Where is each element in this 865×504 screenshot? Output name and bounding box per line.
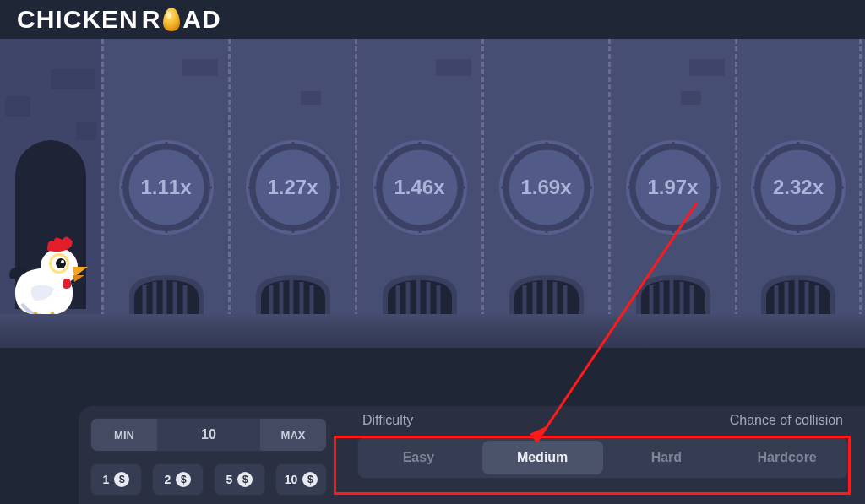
brick-decor bbox=[681, 91, 701, 105]
multiplier-disc: 1.46x bbox=[373, 140, 467, 235]
svg-rect-78 bbox=[506, 316, 587, 322]
brick-decor bbox=[689, 59, 725, 76]
difficulty-option-hard[interactable]: Hard bbox=[607, 437, 727, 478]
svg-rect-42 bbox=[253, 316, 334, 322]
svg-point-6 bbox=[61, 260, 64, 263]
lane[interactable]: 1.11x bbox=[101, 39, 228, 348]
start-pen bbox=[0, 39, 101, 348]
multiplier-value: 1.46x bbox=[373, 140, 467, 235]
brick-decor bbox=[5, 96, 30, 117]
multiplier-disc: 2.32x bbox=[751, 140, 846, 235]
multiplier-disc: 1.69x bbox=[499, 140, 594, 235]
game-logo: CHICKEN R AD bbox=[17, 5, 221, 34]
brick-decor bbox=[51, 69, 95, 89]
lane[interactable]: 1.46x bbox=[355, 39, 481, 348]
game-stage: 1.11x 1.27x bbox=[0, 39, 865, 348]
multiplier-value: 1.27x bbox=[246, 140, 340, 235]
collision-label: Chance of collision bbox=[730, 413, 843, 428]
brick-decor bbox=[76, 122, 96, 140]
dollar-icon: $ bbox=[302, 472, 318, 487]
quick-bet-row: 1 $ 2 $ 5 $ 10 $ bbox=[90, 463, 327, 496]
chicken-icon bbox=[7, 233, 88, 322]
multiplier-value: 1.11x bbox=[119, 140, 214, 235]
quick-bet-chip[interactable]: 5 $ bbox=[214, 463, 265, 496]
chip-amount: 2 bbox=[165, 473, 171, 486]
sewer-grate-icon bbox=[376, 270, 464, 322]
lane[interactable]: 1.69x bbox=[481, 39, 608, 348]
bet-max-button[interactable]: MAX bbox=[260, 419, 326, 451]
difficulty-selector: Easy Medium Hard Hardcore bbox=[357, 436, 848, 479]
lane[interactable]: 1.97x bbox=[608, 39, 735, 348]
svg-rect-24 bbox=[126, 316, 207, 322]
chip-amount: 1 bbox=[103, 473, 110, 486]
multiplier-disc: 1.97x bbox=[626, 140, 721, 235]
quick-bet-chip[interactable]: 10 $ bbox=[275, 463, 327, 496]
difficulty-option-hardcore[interactable]: Hardcore bbox=[726, 437, 847, 478]
lane[interactable]: 2.32x bbox=[735, 39, 862, 348]
difficulty-label: Difficulty bbox=[362, 413, 413, 428]
bet-min-button[interactable]: MIN bbox=[91, 419, 157, 451]
logo-text-left: CHICKEN bbox=[17, 5, 139, 34]
control-panel: MIN 10 MAX 1 $ 2 $ 5 $ 10 $ Difficu bbox=[78, 405, 865, 504]
brick-decor bbox=[182, 59, 218, 76]
logo-text-right: R AD bbox=[142, 5, 221, 34]
bet-value-display[interactable]: 10 bbox=[157, 419, 260, 451]
sewer-grate-icon bbox=[249, 270, 337, 322]
egg-icon bbox=[160, 7, 182, 32]
sewer-grate-icon bbox=[122, 270, 210, 322]
bet-amount-stepper: MIN 10 MAX bbox=[90, 418, 327, 452]
quick-bet-chip[interactable]: 2 $ bbox=[152, 463, 204, 496]
brick-decor bbox=[436, 59, 471, 76]
lane[interactable]: 1.27x bbox=[228, 39, 355, 348]
difficulty-option-easy[interactable]: Easy bbox=[358, 437, 479, 478]
chip-amount: 5 bbox=[226, 473, 233, 486]
multiplier-value: 2.32x bbox=[751, 140, 846, 235]
svg-rect-114 bbox=[758, 316, 839, 322]
difficulty-option-medium[interactable]: Medium bbox=[482, 441, 603, 474]
dollar-icon: $ bbox=[114, 472, 129, 487]
bet-controls: MIN 10 MAX 1 $ 2 $ 5 $ 10 $ bbox=[90, 418, 327, 496]
difficulty-panel: Difficulty Chance of collision Easy Medi… bbox=[357, 413, 848, 479]
brick-decor bbox=[301, 91, 321, 105]
quick-bet-chip[interactable]: 1 $ bbox=[90, 463, 142, 496]
svg-rect-60 bbox=[379, 316, 460, 322]
sewer-grate-icon bbox=[629, 270, 717, 322]
multiplier-value: 1.69x bbox=[499, 140, 594, 235]
dollar-icon: $ bbox=[237, 472, 253, 487]
sewer-grate-icon bbox=[754, 270, 842, 322]
lane-container: 1.11x 1.27x bbox=[101, 39, 865, 348]
multiplier-disc: 1.11x bbox=[119, 140, 214, 235]
dollar-icon: $ bbox=[176, 472, 191, 487]
svg-rect-96 bbox=[633, 316, 714, 322]
multiplier-disc: 1.27x bbox=[246, 140, 340, 235]
multiplier-value: 1.97x bbox=[626, 140, 721, 235]
svg-point-0 bbox=[166, 12, 171, 19]
chip-amount: 10 bbox=[285, 473, 298, 486]
svg-point-5 bbox=[56, 258, 66, 268]
sewer-grate-icon bbox=[503, 270, 590, 322]
